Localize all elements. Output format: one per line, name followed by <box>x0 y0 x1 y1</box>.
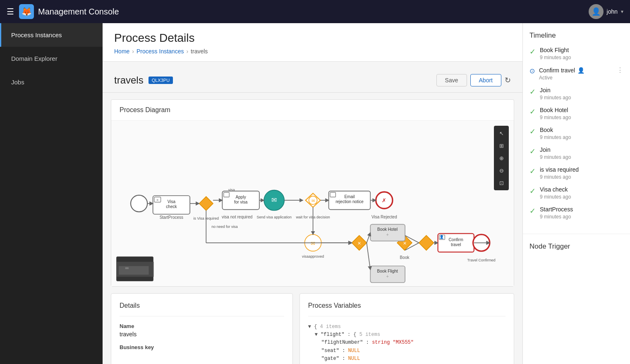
breadcrumb-current: travels <box>191 48 208 55</box>
timeline-menu-button[interactable]: ⋮ <box>617 66 623 74</box>
app-title: Management Console <box>38 7 119 17</box>
breadcrumb-sep-1: › <box>132 48 134 55</box>
detail-name-label: Name <box>120 323 284 329</box>
timeline-label: Join <box>540 146 551 153</box>
timeline-item-book: ✓ Book 9 minutes ago <box>529 126 623 140</box>
detail-bk-row: Business key <box>120 344 284 350</box>
grid-tool[interactable]: ⊞ <box>496 140 507 151</box>
svg-point-0 <box>131 195 147 212</box>
detail-bk-label: Business key <box>120 344 284 350</box>
json-line-1: ▼ "flight" : { 5 items <box>308 331 505 339</box>
sidebar-item-jobs[interactable]: Jobs <box>0 70 103 94</box>
detail-name-row: Name travels <box>120 323 284 338</box>
chevron-down-icon: ▾ <box>621 9 623 14</box>
timeline-time: 9 minutes ago <box>540 214 623 220</box>
timeline-label: Book <box>540 127 553 133</box>
svg-text:✉: ✉ <box>311 240 315 247</box>
user-avatar: 👤 <box>589 4 604 19</box>
svg-text:Book: Book <box>400 255 410 260</box>
pointer-tool[interactable]: ↖ <box>496 127 507 139</box>
svg-text:visa not required: visa not required <box>222 215 252 219</box>
save-button[interactable]: Save <box>436 74 467 86</box>
check-icon: ✓ <box>529 87 536 96</box>
svg-text:travel: travel <box>451 242 461 247</box>
brand-logo: 🦊 Management Console <box>19 4 589 19</box>
svg-text:Travel Confirmed: Travel Confirmed <box>467 258 496 262</box>
sidebar: Process Instances Domain Explorer Jobs <box>0 23 103 364</box>
breadcrumb-home[interactable]: Home <box>114 48 129 55</box>
timeline-content: Book Hotel 9 minutes ago <box>540 106 623 120</box>
timeline-time: 9 minutes ago <box>540 194 623 200</box>
sidebar-item-process-instances[interactable]: Process Instances <box>0 23 103 47</box>
user-menu[interactable]: 👤 john ▾ <box>589 4 623 19</box>
abort-button[interactable]: Abort <box>470 74 501 86</box>
svg-text:Send visa application: Send visa application <box>256 215 291 219</box>
details-section: Details Name travels Business key <box>111 293 293 364</box>
svg-text:visaapproved: visaapproved <box>302 254 324 259</box>
timeline-time: 9 minutes ago <box>540 95 623 101</box>
timeline-content: Book 9 minutes ago <box>540 126 623 140</box>
active-icon: ⊙ <box>529 67 535 75</box>
diagram-container[interactable]: Visa check ≡ StartProcess is Visa requir… <box>111 121 514 286</box>
zoom-in-tool[interactable]: ⊕ <box>496 152 507 164</box>
timeline-active: Active <box>539 75 623 81</box>
timeline-content: Join 9 minutes ago <box>540 146 623 160</box>
refresh-button[interactable]: ↻ <box>505 76 511 85</box>
svg-text:Book Flight: Book Flight <box>377 269 398 273</box>
breadcrumb-process-instances[interactable]: Process Instances <box>137 48 184 55</box>
timeline-label: Book Hotel <box>540 107 568 113</box>
hamburger-menu[interactable]: ☰ <box>7 7 14 17</box>
check-icon: ✓ <box>529 107 536 116</box>
process-title: travels QLX3PU <box>114 74 173 86</box>
svg-text:Apply: Apply <box>236 195 246 199</box>
check-icon: ✓ <box>529 47 536 56</box>
process-id-badge: QLX3PU <box>149 77 173 84</box>
timeline-item-visa-required: ✓ is visa required 9 minutes ago <box>529 166 623 180</box>
timeline-time: 9 minutes ago <box>540 134 623 140</box>
svg-text:≡: ≡ <box>157 198 159 202</box>
breadcrumb: Home › Process Instances › travels <box>114 48 511 55</box>
variables-section: Process Variables ▼ { 4 items ▼ "flight"… <box>299 293 514 364</box>
svg-text:👤: 👤 <box>439 235 444 239</box>
node-trigger-title: Node Trigger <box>529 242 623 251</box>
sidebar-item-domain-explorer[interactable]: Domain Explorer <box>0 47 103 70</box>
timeline-label: Book Flight <box>540 47 569 53</box>
right-panel: Timeline ✓ Book Flight 9 minutes ago ⊙ <box>522 23 630 364</box>
svg-text:for visa: for visa <box>234 200 248 204</box>
svg-line-65 <box>367 232 370 243</box>
timeline-label: StartProcess <box>540 206 573 213</box>
svg-marker-7 <box>199 196 213 211</box>
svg-text:StartProcess: StartProcess <box>160 215 184 220</box>
svg-rect-74 <box>125 267 129 269</box>
main-content: Process Details Home › Process Instances… <box>103 23 522 364</box>
top-navigation: ☰ 🦊 Management Console 👤 john ▾ <box>0 0 630 23</box>
check-icon: ✓ <box>529 206 536 216</box>
fit-tool[interactable]: ⊡ <box>496 177 507 189</box>
svg-text:Visa Rejected: Visa Rejected <box>371 215 397 219</box>
timeline-item-visa-check: ✓ Visa check 9 minutes ago <box>529 186 623 200</box>
timeline-content: is visa required 9 minutes ago <box>540 166 623 180</box>
node-trigger-section: Node Trigger <box>523 234 630 259</box>
user-name: john <box>607 8 618 15</box>
svg-text:no need for visa: no need for visa <box>211 225 238 229</box>
check-icon: ✓ <box>529 147 536 156</box>
check-icon: ✓ <box>529 127 536 136</box>
svg-text:Book Hotel: Book Hotel <box>377 227 398 232</box>
page-header: Process Details Home › Process Instances… <box>103 23 522 62</box>
timeline-section: Timeline ✓ Book Flight 9 minutes ago ⊙ <box>523 23 630 234</box>
process-actions: Save Abort ↻ <box>436 74 511 86</box>
json-toggle-1[interactable]: ▼ "flight" : { 5 items <box>315 332 380 338</box>
json-line-4: "gate" : NULL <box>308 355 505 363</box>
breadcrumb-sep-2: › <box>186 48 188 55</box>
zoom-out-tool[interactable]: ⊖ <box>496 165 507 176</box>
diagram-section-title: Process Diagram <box>111 100 514 121</box>
variables-title: Process Variables <box>308 302 505 316</box>
timeline-item-book-hotel: ✓ Book Hotel 9 minutes ago <box>529 106 623 120</box>
json-toggle-0[interactable]: ▼ { 4 items <box>308 324 341 330</box>
json-line-3: "seat" : NULL <box>308 347 505 355</box>
svg-text:+: + <box>386 274 389 279</box>
detail-name-value: travels <box>120 331 284 338</box>
timeline-time: 9 minutes ago <box>540 55 623 60</box>
timeline-label: Confirm travel <box>539 67 575 74</box>
timeline-item-book-flight: ✓ Book Flight 9 minutes ago <box>529 46 623 60</box>
